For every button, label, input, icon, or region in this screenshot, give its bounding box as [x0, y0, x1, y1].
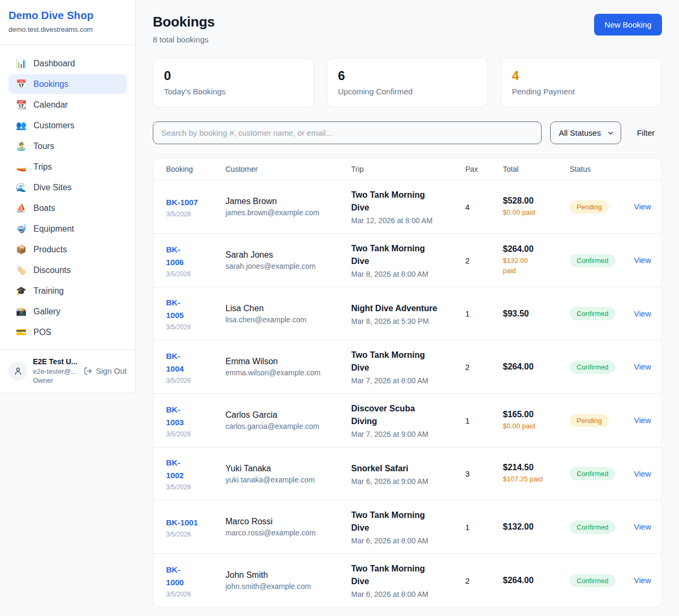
- tear-off-calendar-icon: 📆: [16, 100, 27, 110]
- user-role: Owner: [33, 376, 77, 385]
- pax-cell: 4: [465, 203, 503, 212]
- sidebar-item[interactable]: 📊 Dashboard: [8, 54, 127, 73]
- actions-cell: View: [634, 522, 651, 532]
- search-input[interactable]: [153, 121, 542, 144]
- status-cell: Confirmed: [570, 467, 634, 480]
- view-link[interactable]: View: [634, 309, 651, 318]
- customer-cell: James Brown james.brown@example.com: [225, 197, 351, 217]
- paid-amount: $0.00 paid: [503, 208, 570, 218]
- column-header-booking: Booking: [166, 165, 225, 173]
- booking-id-link[interactable]: BK- 1005: [166, 296, 184, 322]
- actions-cell: View: [634, 416, 651, 425]
- sidebar-item[interactable]: ⛵ Boats: [8, 198, 127, 218]
- pax-cell: 1: [465, 309, 503, 318]
- sidebar-item[interactable]: 💳 POS: [8, 322, 127, 342]
- sidebar-item-label: Dive Sites: [33, 183, 72, 192]
- sidebar-item[interactable]: 🏷️ Discounts: [8, 260, 127, 280]
- filter-button[interactable]: Filter: [630, 124, 662, 142]
- actions-cell: View: [634, 576, 651, 585]
- trip-datetime: Mar 6, 2026 at 8:00 AM: [351, 590, 465, 599]
- status-cell: Confirmed: [570, 307, 634, 320]
- stat-label: Today's Bookings: [164, 87, 303, 96]
- new-booking-button[interactable]: New Booking: [594, 14, 662, 36]
- status-badge: Confirmed: [570, 467, 615, 480]
- customer-email: yuki.tanaka@example.com: [225, 476, 351, 484]
- view-link[interactable]: View: [634, 362, 651, 371]
- total-cell: $93.50: [503, 309, 570, 319]
- trip-cell: Two Tank Morning Dive Mar 7, 2026 at 8:0…: [351, 349, 465, 385]
- sidebar-item-label: Products: [33, 245, 67, 254]
- sidebar: Demo Dive Shop demo.test.divestreams.com…: [0, 0, 136, 393]
- column-header-customer: Customer: [225, 165, 351, 173]
- view-link[interactable]: View: [634, 576, 651, 585]
- sidebar-item[interactable]: 🏝️ Tours: [8, 136, 127, 156]
- trip-name: Two Tank Morning Dive: [351, 509, 442, 534]
- main-content: Bookings 8 total bookings New Booking 0 …: [136, 0, 679, 616]
- brand-domain: demo.test.divestreams.com: [8, 25, 127, 33]
- table-row: BK- 1003 3/5/2026 Carlos Garcia carlos.g…: [153, 393, 661, 447]
- sidebar-item[interactable]: 📆 Calendar: [8, 95, 127, 115]
- booking-date: 3/5/2026: [166, 377, 225, 384]
- view-link[interactable]: View: [634, 256, 651, 265]
- customer-email: emma.wilson@example.com: [225, 368, 351, 377]
- customer-cell: Marco Rossi marco.rossi@example.com: [225, 517, 351, 537]
- view-link[interactable]: View: [634, 202, 651, 211]
- sidebar-item[interactable]: 🤿 Equipment: [8, 219, 127, 239]
- brand-name: Demo Dive Shop: [8, 10, 127, 22]
- sidebar-item[interactable]: 👥 Customers: [8, 116, 127, 135]
- sidebar-item-label: POS: [33, 328, 51, 337]
- stat-card-upcoming-confirmed: 6 Upcoming Confirmed: [327, 58, 488, 108]
- status-filter-value: All Statuses: [559, 128, 600, 137]
- total-amount: $165.00: [503, 410, 570, 419]
- filter-controls: All Statuses Filter: [153, 121, 662, 144]
- pax-cell: 2: [465, 256, 503, 265]
- view-link[interactable]: View: [634, 416, 651, 425]
- booking-cell: BK-1007 3/5/2026: [166, 196, 225, 218]
- pax-cell: 2: [465, 363, 503, 372]
- booking-id-link[interactable]: BK-1001: [166, 516, 198, 529]
- sign-out-button[interactable]: Sign Out: [84, 366, 127, 375]
- sign-out-icon: [84, 367, 92, 375]
- sidebar-item[interactable]: 📦 Products: [8, 240, 127, 259]
- total-cell: $132.00: [503, 522, 570, 532]
- status-badge: Confirmed: [570, 254, 615, 267]
- total-cell: $264.00: [503, 362, 570, 372]
- sidebar-item[interactable]: 🌊 Dive Sites: [8, 178, 127, 197]
- view-link[interactable]: View: [634, 469, 651, 478]
- customer-name: Emma Wilson: [225, 357, 351, 366]
- column-header-trip: Trip: [351, 165, 465, 173]
- booking-id-link[interactable]: BK-1007: [166, 196, 198, 209]
- sidebar-item[interactable]: 📸 Gallery: [8, 302, 127, 321]
- sidebar-item-label: Bookings: [33, 80, 68, 89]
- user-footer: E2E Test U... e2e-tester@... Owner Sign …: [0, 349, 135, 393]
- sidebar-item-label: Training: [33, 286, 64, 296]
- graduation-cap-icon: 🎓: [16, 286, 27, 296]
- status-filter-select[interactable]: All Statuses: [550, 121, 621, 144]
- trip-cell: Night Dive Adventure Mar 8, 2026 at 5:30…: [351, 302, 465, 325]
- bar-chart-icon: 📊: [16, 58, 27, 68]
- booking-id-link[interactable]: BK- 1006: [166, 243, 184, 269]
- actions-cell: View: [634, 362, 651, 372]
- stat-card-todays-bookings: 0 Today's Bookings: [153, 58, 314, 108]
- pax-cell: 3: [465, 469, 503, 478]
- person-icon: [13, 366, 23, 376]
- trip-cell: Two Tank Morning Dive Mar 12, 2026 at 8:…: [351, 189, 465, 225]
- status-badge: Confirmed: [570, 360, 615, 374]
- booking-date: 3/5/2026: [166, 531, 225, 538]
- trip-name: Snorkel Safari: [351, 462, 442, 475]
- booking-id-link[interactable]: BK- 1000: [166, 564, 184, 589]
- table-row: BK- 1000 3/5/2026 John Smith john.smith@…: [153, 553, 661, 607]
- view-link[interactable]: View: [634, 522, 651, 531]
- pax-cell: 1: [465, 523, 503, 532]
- total-amount: $264.00: [503, 576, 570, 585]
- sidebar-item[interactable]: 📅 Bookings: [8, 74, 127, 94]
- sidebar-item-label: Gallery: [33, 307, 60, 316]
- booking-date: 3/5/2026: [166, 323, 225, 331]
- booking-id-link[interactable]: BK- 1002: [166, 456, 184, 482]
- booking-id-link[interactable]: BK- 1004: [166, 350, 184, 375]
- stat-value: 0: [164, 68, 303, 83]
- booking-id-link[interactable]: BK- 1003: [166, 403, 184, 429]
- sidebar-item[interactable]: 🚤 Trips: [8, 157, 127, 177]
- tag-icon: 🏷️: [16, 265, 27, 275]
- sidebar-item[interactable]: 🎓 Training: [8, 281, 127, 301]
